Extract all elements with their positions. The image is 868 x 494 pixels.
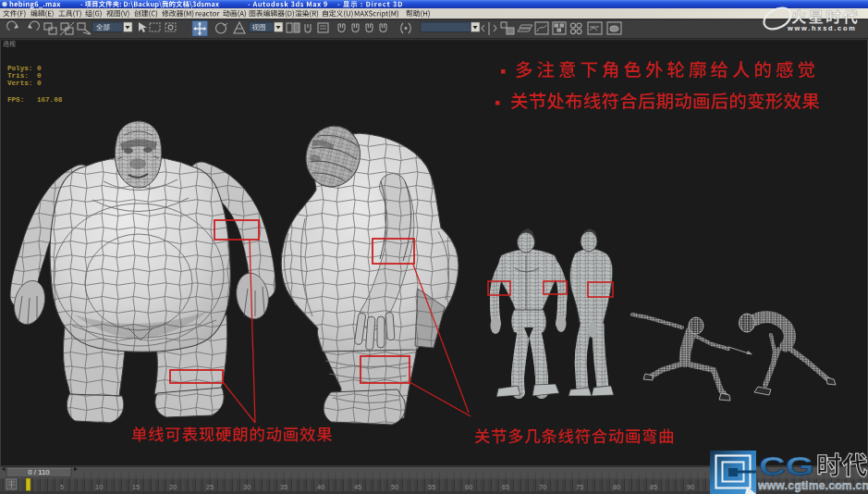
svg-text:Verts: 0: Verts: 0 [7,80,42,87]
svg-text:50: 50 [391,483,398,491]
svg-text:30: 30 [243,483,251,491]
svg-text:65: 65 [502,483,509,491]
svg-text:www.cgtime.com.cn: www.cgtime.com.cn [757,479,868,492]
svg-text:85: 85 [650,483,657,491]
svg-text:80: 80 [613,483,620,491]
svg-text:Polys: 0: Polys: 0 [7,65,42,72]
svg-text:www.hxsd.com: www.hxsd.com [787,24,857,32]
svg-text:60: 60 [465,483,472,491]
svg-text:20: 20 [169,483,177,491]
svg-text:35: 35 [280,483,287,491]
svg-text:70: 70 [539,483,546,491]
svg-text:40: 40 [317,483,324,491]
svg-text:90: 90 [687,483,694,491]
svg-text:0 / 110: 0 / 110 [28,468,50,476]
svg-text:55: 55 [428,483,435,491]
svg-text:Tris: 0: Tris: 0 [7,72,42,80]
svg-text:45: 45 [354,483,361,491]
svg-text:CG: CG [759,450,814,480]
svg-text:10: 10 [95,483,103,491]
svg-text:15: 15 [132,483,140,491]
svg-text:25: 25 [206,483,214,491]
svg-text:75: 75 [576,483,583,491]
svg-text:5: 5 [60,483,64,491]
svg-text:FPS: 167.08: FPS: 167.08 [7,96,63,104]
